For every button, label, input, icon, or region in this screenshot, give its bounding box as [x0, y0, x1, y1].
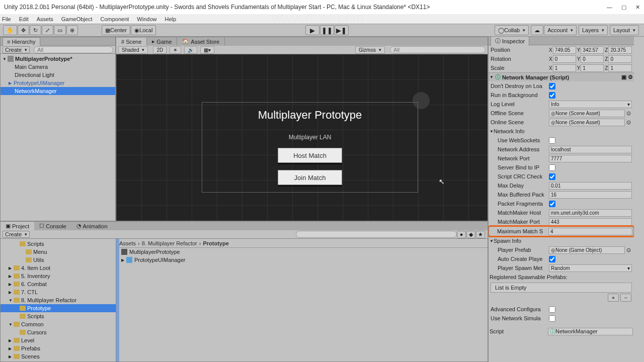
object-field[interactable]: ◎None (Scene Asset) — [549, 119, 625, 126]
checkbox[interactable] — [549, 306, 555, 313]
hierarchy-item[interactable]: Main Camera — [1, 63, 115, 71]
host-match-button[interactable]: Host Match — [278, 148, 342, 163]
scene-row[interactable]: ▼MultiplayerPrototype* — [1, 55, 115, 63]
file-item[interactable]: MultiplayerPrototype — [116, 248, 488, 256]
remove-icon[interactable]: − — [620, 294, 631, 302]
tree-item[interactable]: Menu — [1, 248, 116, 256]
dropdown-field[interactable]: Random▾ — [549, 264, 632, 272]
2d-toggle[interactable]: 2D — [153, 46, 167, 54]
gear-icon[interactable]: ⚙ — [628, 74, 633, 80]
menu-gameobject[interactable]: GameObject — [61, 16, 93, 22]
text-field[interactable] — [549, 209, 632, 217]
scale-y[interactable] — [581, 64, 604, 72]
scrollbar[interactable] — [116, 239, 119, 361]
menu-window[interactable]: Window — [137, 16, 156, 22]
file-item[interactable]: ▶PrototypeUIManager — [116, 256, 488, 264]
tree-item[interactable]: ▶4. Item Loot — [1, 264, 116, 272]
shaded-dropdown[interactable]: Shaded — [118, 46, 148, 54]
save-search-icon[interactable]: ★ — [476, 231, 485, 238]
object-field[interactable]: ◎None (Game Object) — [549, 246, 625, 254]
hierarchy-create[interactable]: Create — [3, 46, 30, 53]
project-search[interactable] — [296, 231, 457, 238]
tree-item[interactable]: ▶7. CTL — [1, 288, 116, 296]
rot-x[interactable] — [553, 55, 576, 63]
checkbox[interactable] — [549, 83, 555, 89]
tree-item[interactable]: ▶5. Inventory — [1, 272, 116, 280]
light-icon[interactable]: ☀ — [170, 46, 181, 54]
help-icon[interactable]: ▣ — [621, 74, 626, 80]
picker-icon[interactable]: ⊙ — [625, 110, 632, 117]
scene-view[interactable]: Multiplayer Prototype Multiplayer LAN Ho… — [116, 54, 488, 221]
collab-dropdown[interactable]: ◯ Collab — [495, 25, 529, 35]
hierarchy-tab[interactable]: ≡ Hierarchy — [3, 37, 40, 46]
tree-item[interactable]: ▶Scenes — [1, 352, 116, 360]
checkbox[interactable] — [549, 92, 555, 99]
layers-dropdown[interactable]: Layers — [579, 25, 608, 35]
audio-icon[interactable]: 🔊 — [184, 46, 197, 54]
checkbox[interactable] — [549, 173, 555, 180]
picker-icon[interactable]: ⊙ — [625, 119, 632, 126]
scale-z[interactable] — [608, 64, 632, 72]
script-field[interactable]: ⓘNetworkManager — [548, 328, 633, 335]
menu-edit[interactable]: Edit — [19, 16, 29, 22]
checkbox[interactable] — [549, 315, 555, 322]
object-field[interactable]: ◎None (Scene Asset) — [549, 110, 625, 117]
rect-tool-icon[interactable]: ▭ — [54, 25, 66, 35]
play-button[interactable]: ▶ — [305, 25, 319, 35]
menu-file[interactable]: File — [2, 16, 11, 22]
layout-dropdown[interactable]: Layout — [610, 25, 639, 35]
rotate-tool-icon[interactable]: ↻ — [30, 25, 41, 35]
asset-store-tab[interactable]: 🏠 Asset Store — [177, 37, 225, 46]
animation-tab[interactable]: ◔ Animation — [71, 222, 113, 230]
project-content[interactable]: Assets › 8. Multiplayer Refactor › Proto… — [116, 239, 488, 361]
text-field[interactable] — [549, 155, 632, 162]
hand-tool-icon[interactable]: ✋ — [3, 25, 17, 35]
tree-item[interactable]: ▼Common — [1, 320, 116, 328]
tree-item[interactable]: ▶6. Combat — [1, 280, 116, 288]
transform-tool-icon[interactable]: ⊕ — [66, 25, 78, 35]
project-create[interactable]: Create — [3, 231, 30, 238]
spawn-info-header[interactable]: ▼Spawn Info — [489, 236, 634, 245]
close-icon[interactable]: ✕ — [635, 4, 640, 11]
join-match-button[interactable]: Join Match — [278, 170, 342, 185]
fx-icon[interactable]: ▦▾ — [200, 46, 214, 54]
pos-x[interactable] — [553, 46, 576, 54]
menu-help[interactable]: Help — [165, 16, 176, 22]
dropdown-field[interactable]: Info▾ — [549, 101, 632, 108]
game-tab[interactable]: ▸ Game — [147, 37, 177, 46]
gizmos-dropdown[interactable]: Gizmos — [355, 46, 385, 54]
pos-z[interactable] — [608, 46, 632, 54]
maximize-icon[interactable]: ▢ — [621, 4, 626, 11]
add-icon[interactable]: + — [608, 294, 619, 302]
hierarchy-item[interactable]: Directional Light — [1, 71, 115, 79]
tree-item[interactable]: ▶Level — [1, 336, 116, 344]
pivot-center-button[interactable]: ▦ Center — [102, 25, 130, 35]
pos-y[interactable] — [581, 46, 604, 54]
text-field[interactable] — [549, 191, 632, 199]
checkbox[interactable] — [549, 137, 555, 144]
tree-item[interactable]: Utils — [1, 256, 116, 264]
scale-x[interactable] — [553, 64, 576, 72]
rot-y[interactable] — [581, 55, 604, 63]
menu-component[interactable]: Component — [100, 16, 129, 22]
account-dropdown[interactable]: Account — [544, 25, 577, 35]
text-field[interactable] — [549, 182, 632, 190]
picker-icon[interactable]: ⊙ — [625, 247, 632, 253]
text-field[interactable] — [549, 146, 632, 153]
tree-item[interactable]: Scripts — [1, 312, 116, 320]
scene-search[interactable] — [390, 46, 486, 53]
tree-item[interactable]: ▶Prefabs — [1, 344, 116, 352]
max-match-size-field[interactable] — [548, 228, 632, 235]
hierarchy-item[interactable]: ▶PrototypeUIManager — [1, 79, 115, 87]
network-info-header[interactable]: ▼Network Info — [489, 127, 634, 136]
console-tab[interactable]: ☐ Console — [34, 222, 71, 230]
pause-button[interactable]: ❚❚ — [320, 25, 334, 35]
network-manager-header[interactable]: ▼ⓘNetwork Manager (Script)▣⚙ — [489, 72, 634, 81]
tree-item[interactable]: Prototype — [1, 304, 116, 312]
filter-icon[interactable]: ● — [457, 231, 466, 238]
tree-item[interactable]: Scripts — [1, 240, 116, 248]
checkbox[interactable] — [549, 201, 555, 207]
menu-assets[interactable]: Assets — [37, 16, 53, 22]
step-button[interactable]: ▶❚ — [335, 25, 349, 35]
text-field[interactable] — [549, 218, 632, 226]
